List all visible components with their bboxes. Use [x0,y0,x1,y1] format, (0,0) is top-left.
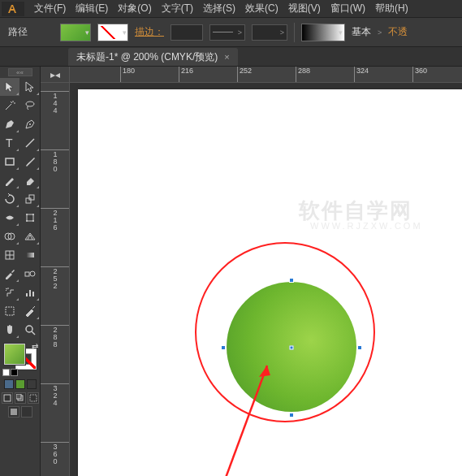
svg-rect-4 [6,158,14,165]
selection-tool[interactable] [0,78,19,96]
stroke-profile-dropdown[interactable]: > [209,24,245,41]
fill-swatch[interactable]: ▾ [60,24,91,41]
app-logo [2,2,24,16]
watermark-url: WWW.RJZXW.COM [310,221,423,231]
magic-wand-tool[interactable] [0,97,19,115]
symbol-sprayer-tool[interactable] [0,283,19,301]
slice-tool[interactable] [20,302,40,320]
screen-mode-normal-icon[interactable] [8,406,19,418]
svg-line-25 [32,331,35,335]
svg-point-11 [32,220,34,222]
menu-edit[interactable]: 编辑(E) [71,2,113,15]
menu-bar: 文件(F) 编辑(E) 对象(O) 文字(T) 选择(S) 效果(C) 视图(V… [0,0,462,18]
svg-point-24 [26,326,32,332]
brush-dropdown[interactable]: > [252,24,287,41]
menu-select[interactable]: 选择(S) [198,2,240,15]
style-label[interactable]: 基本 [352,25,371,39]
curvature-pen-tool[interactable] [20,115,40,133]
free-transform-tool[interactable] [20,209,40,227]
svg-rect-28 [16,394,21,399]
svg-rect-23 [6,307,14,315]
handle-left[interactable] [221,345,226,350]
handle-top[interactable] [289,278,294,283]
horizontal-ruler[interactable]: 180 216 252 288 324 360 [70,67,462,83]
opacity-label[interactable]: 不透 [388,25,408,39]
shape-builder-tool[interactable] [0,227,19,245]
mesh-tool[interactable] [0,246,19,264]
type-tool[interactable]: T [0,134,19,152]
stroke-weight-input[interactable] [171,24,203,41]
main-area: «« T [0,67,462,476]
stroke-swatch[interactable]: ▾ [97,24,128,41]
toolbox: «« T [0,67,41,476]
screen-mode-full-icon[interactable] [21,406,32,418]
close-icon[interactable]: × [224,52,229,62]
svg-rect-7 [27,214,33,221]
svg-marker-32 [259,366,270,377]
lasso-tool[interactable] [20,97,40,115]
svg-text:T: T [6,136,13,149]
svg-rect-21 [29,290,31,296]
vertical-ruler[interactable]: 144 180 216 252 288 324 360 [41,83,70,476]
color-mode-none[interactable] [27,379,37,389]
svg-point-8 [26,214,28,215]
svg-point-10 [26,220,28,222]
handle-center[interactable] [290,346,294,350]
hand-tool[interactable] [0,321,19,339]
color-mode-gradient[interactable] [15,379,25,389]
toolbox-grip[interactable]: «« [8,68,32,76]
document-tab-bar: 未标题-1* @ 200% (CMYK/预览) × [0,47,462,67]
svg-line-31 [220,366,267,476]
canvas[interactable]: 软件自学网 WWW.RJZXW.COM [70,83,462,476]
annotation-arrow [212,359,285,476]
pencil-tool[interactable] [0,171,19,189]
color-mode-row [4,379,37,389]
paintbrush-tool[interactable] [20,153,40,171]
draw-behind-icon[interactable] [15,392,26,404]
scale-tool[interactable] [20,190,40,208]
menu-window[interactable]: 窗口(W) [326,2,370,15]
swap-fill-stroke-icon[interactable]: ⇄ [32,342,38,351]
menu-object[interactable]: 对象(O) [113,2,156,15]
menu-file[interactable]: 文件(F) [29,2,71,15]
draw-inside-icon[interactable] [28,392,39,404]
menu-type[interactable]: 文字(T) [157,2,198,15]
blend-tool[interactable] [20,265,40,283]
gradient-tool[interactable] [20,246,40,264]
artboard-tool[interactable] [0,302,19,320]
menu-view[interactable]: 视图(V) [283,2,326,15]
handle-right[interactable] [357,345,362,350]
width-tool[interactable] [0,209,19,227]
svg-rect-5 [26,198,31,203]
svg-point-19 [30,271,35,276]
stroke-label[interactable]: 描边： [135,25,164,39]
handle-bottom[interactable] [289,413,294,418]
svg-rect-26 [4,395,11,401]
eyedropper-tool[interactable] [0,265,19,283]
menu-help[interactable]: 帮助(H) [370,2,413,15]
separator [294,23,295,42]
fill-color-swatch[interactable] [4,344,25,365]
ruler-origin[interactable]: ▸◂ [41,67,70,83]
pen-tool[interactable] [0,115,19,133]
opacity-swatch[interactable]: ▾ [301,24,345,41]
svg-rect-30 [11,409,17,415]
svg-point-9 [32,214,34,215]
document-tab[interactable]: 未标题-1* @ 200% (CMYK/预览) × [68,48,238,66]
color-mode-color[interactable] [4,379,14,389]
column-graph-tool[interactable] [20,283,40,301]
draw-modes [2,392,39,404]
path-label: 路径 [8,25,28,39]
rotate-tool[interactable] [0,190,19,208]
fill-stroke-control[interactable]: ⇄ [2,342,38,376]
perspective-grid-tool[interactable] [20,227,40,245]
svg-rect-22 [32,292,34,296]
default-fill-stroke-icon[interactable] [2,369,18,376]
draw-normal-icon[interactable] [2,392,13,404]
zoom-tool[interactable] [20,321,40,339]
eraser-tool[interactable] [20,171,40,189]
menu-effect[interactable]: 效果(C) [240,2,283,15]
direct-selection-tool[interactable] [20,78,40,96]
rectangle-tool[interactable] [0,153,19,171]
line-tool[interactable] [20,134,40,152]
